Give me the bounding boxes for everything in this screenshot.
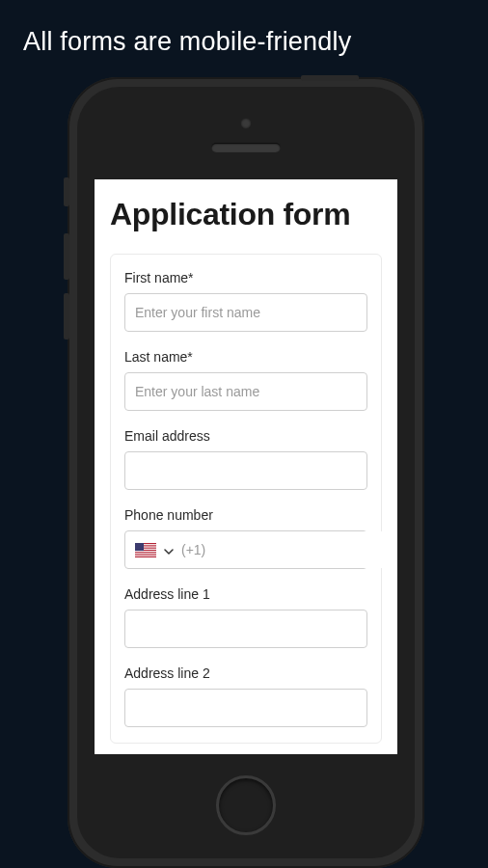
- last-name-label: Last name*: [124, 349, 367, 365]
- svg-rect-6: [135, 555, 156, 556]
- phone-screen: Application form First name* Last name* …: [95, 179, 397, 754]
- application-form: Application form First name* Last name* …: [95, 179, 397, 744]
- phone-input-row: (+1): [124, 530, 367, 569]
- phone-body: Application form First name* Last name* …: [77, 87, 415, 858]
- chevron-down-icon[interactable]: [164, 541, 174, 558]
- first-name-label: First name*: [124, 270, 367, 285]
- camera-icon: [240, 118, 252, 129]
- form-body: First name* Last name* Email address Pho…: [110, 254, 382, 744]
- phone-prefix: (+1): [181, 542, 205, 557]
- mute-switch: [64, 177, 69, 206]
- us-flag-icon[interactable]: [135, 543, 156, 557]
- email-label: Email address: [124, 428, 367, 444]
- address-line-1-input[interactable]: [124, 610, 367, 648]
- first-name-field: First name*: [124, 270, 367, 332]
- volume-up-button: [64, 233, 69, 280]
- phone-mockup-frame: Application form First name* Last name* …: [68, 77, 424, 868]
- phone-input[interactable]: [213, 531, 382, 568]
- svg-rect-4: [135, 551, 156, 552]
- phone-label: Phone number: [124, 507, 367, 523]
- page-headline: All forms are mobile-friendly: [0, 0, 488, 57]
- svg-rect-7: [135, 543, 144, 551]
- phone-field: Phone number: [124, 507, 367, 569]
- power-button: [301, 75, 359, 81]
- address-line-2-label: Address line 2: [124, 665, 367, 681]
- last-name-input[interactable]: [124, 372, 367, 411]
- first-name-input[interactable]: [124, 293, 367, 332]
- email-field: Email address: [124, 428, 367, 490]
- home-button: [216, 775, 276, 835]
- address-line-2-field: Address line 2: [124, 665, 367, 727]
- speaker-icon: [211, 143, 281, 152]
- address-line-1-label: Address line 1: [124, 586, 367, 602]
- last-name-field: Last name*: [124, 349, 367, 411]
- svg-rect-5: [135, 553, 156, 554]
- email-input[interactable]: [124, 451, 367, 490]
- address-line-1-field: Address line 1: [124, 586, 367, 648]
- volume-down-button: [64, 293, 69, 339]
- address-line-2-input[interactable]: [124, 689, 367, 727]
- form-title: Application form: [110, 197, 382, 232]
